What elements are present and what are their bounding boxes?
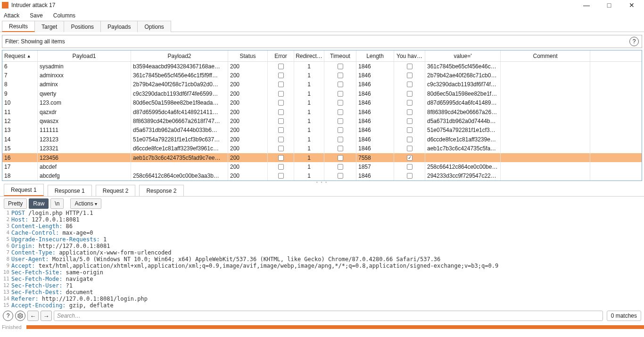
filter-bar[interactable]: Filter: Showing all items ? bbox=[2, 35, 642, 48]
have-checkbox[interactable] bbox=[407, 82, 413, 87]
table-row[interactable]: 6sysadminb3594eaacbd9943284367168ae…2001… bbox=[2, 62, 642, 71]
have-checkbox[interactable] bbox=[407, 100, 413, 106]
have-checkbox[interactable] bbox=[407, 173, 413, 179]
error-checkbox[interactable] bbox=[278, 137, 284, 142]
table-row[interactable]: 7adminxxx361c7845be65cf456e46c1f5f9ff…20… bbox=[2, 71, 642, 80]
newline-button[interactable]: \n bbox=[50, 198, 64, 209]
subtab-response-2[interactable]: Response 2 bbox=[139, 185, 183, 196]
editor-line: 9Accept: text/html,application/xhtml+xml… bbox=[3, 263, 641, 269]
col-value[interactable]: value=' bbox=[425, 50, 501, 61]
menu-save[interactable]: Save bbox=[30, 12, 42, 19]
error-checkbox[interactable] bbox=[278, 146, 284, 151]
have-checkbox[interactable] bbox=[407, 73, 413, 78]
editor-line: 2Host: 127.0.0.1:8081 bbox=[3, 216, 641, 223]
table-row[interactable]: 13111111d5a6731db962a0d7444b033b6…200118… bbox=[2, 126, 642, 135]
error-checkbox[interactable] bbox=[278, 118, 284, 124]
error-checkbox[interactable] bbox=[278, 173, 284, 179]
have-checkbox[interactable] bbox=[407, 64, 413, 69]
subtab-request-2[interactable]: Request 2 bbox=[96, 185, 136, 196]
timeout-checkbox[interactable] bbox=[338, 100, 343, 106]
table-row[interactable]: 10123.com80d6ec50a1598ee82be1f8eada…2001… bbox=[2, 99, 642, 107]
subtab-response-1[interactable]: Response 1 bbox=[48, 185, 92, 196]
raw-button[interactable]: Raw bbox=[29, 198, 49, 209]
table-row[interactable]: 18abcdefg258c66412c864ce0c00be3aa3b…2001… bbox=[2, 172, 642, 181]
col-redirect[interactable]: Redirect… bbox=[294, 50, 324, 61]
timeout-checkbox[interactable] bbox=[338, 91, 343, 97]
table-row[interactable]: 17abcdef20011857258c66412c864ce0c00be… bbox=[2, 162, 642, 171]
actions-dropdown[interactable]: Actions▾ bbox=[70, 198, 101, 209]
timeout-checkbox[interactable] bbox=[338, 64, 343, 69]
error-checkbox[interactable] bbox=[278, 109, 284, 115]
col-haveneg[interactable]: You hav… bbox=[394, 50, 425, 61]
request-editor[interactable]: 1POST /login.php HTTP/1.12Host: 127.0.0.… bbox=[0, 210, 644, 309]
table-row[interactable]: 15123321d6ccde8fce1c81aff3239ef3961c…200… bbox=[2, 144, 642, 153]
error-checkbox[interactable] bbox=[278, 91, 284, 97]
tab-payloads[interactable]: Payloads bbox=[100, 21, 138, 32]
have-checkbox[interactable] bbox=[407, 109, 413, 115]
have-checkbox[interactable] bbox=[407, 91, 413, 97]
tab-target[interactable]: Target bbox=[34, 21, 64, 32]
have-checkbox[interactable] bbox=[407, 118, 413, 124]
help-icon[interactable]: ? bbox=[3, 311, 13, 321]
help-icon[interactable]: ? bbox=[629, 37, 639, 46]
maximize-button[interactable]: □ bbox=[603, 1, 616, 9]
col-comment[interactable]: Comment bbox=[501, 50, 590, 61]
table-row[interactable]: 1412312351e0754a792281f1e1cf3b9c637…2001… bbox=[2, 135, 642, 144]
pretty-button[interactable]: Pretty bbox=[4, 198, 27, 209]
menu-columns[interactable]: Columns bbox=[53, 12, 75, 19]
timeout-checkbox[interactable] bbox=[338, 146, 343, 151]
have-checkbox[interactable] bbox=[407, 155, 413, 161]
error-checkbox[interactable] bbox=[278, 127, 284, 133]
error-checkbox[interactable] bbox=[278, 64, 284, 69]
next-button[interactable]: → bbox=[41, 311, 52, 321]
detail-tabs: Request 1Response 1Request 2Response 2 bbox=[0, 183, 644, 197]
table-row[interactable]: 12qwaszx8f86389cd42be06667a2618f747…2001… bbox=[2, 116, 642, 125]
minimize-button[interactable]: — bbox=[580, 1, 593, 9]
error-checkbox[interactable] bbox=[278, 155, 284, 161]
col-payload1[interactable]: Payload1 bbox=[38, 50, 131, 61]
editor-line: 12Sec-Fetch-User: ?1 bbox=[3, 282, 641, 289]
gear-icon[interactable] bbox=[15, 311, 25, 321]
table-row[interactable]: 16123456aeb1c7b3c6c424735c5fad9c7ee…2001… bbox=[2, 153, 642, 162]
timeout-checkbox[interactable] bbox=[338, 109, 343, 115]
error-checkbox[interactable] bbox=[278, 100, 284, 106]
search-matches: 0 matches bbox=[607, 311, 641, 321]
col-status[interactable]: Status bbox=[228, 50, 268, 61]
col-error[interactable]: Error bbox=[268, 50, 294, 61]
timeout-checkbox[interactable] bbox=[338, 73, 343, 78]
timeout-checkbox[interactable] bbox=[338, 127, 343, 133]
col-length[interactable]: Length bbox=[356, 50, 394, 61]
tab-results[interactable]: Results bbox=[2, 21, 35, 32]
table-row[interactable]: 8adminx2b79b42ae40f268c71cb0a92d0…200118… bbox=[2, 80, 642, 89]
error-checkbox[interactable] bbox=[278, 82, 284, 87]
timeout-checkbox[interactable] bbox=[338, 164, 343, 170]
have-checkbox[interactable] bbox=[407, 137, 413, 142]
editor-line: 5Upgrade-Insecure-Requests: 1 bbox=[3, 236, 641, 243]
timeout-checkbox[interactable] bbox=[338, 155, 343, 161]
menu-attack[interactable]: Attack bbox=[4, 12, 19, 19]
table-row[interactable]: 9qwertyc9c3290dacb1193df6f74fe6599…20011… bbox=[2, 89, 642, 98]
subtab-request-1[interactable]: Request 1 bbox=[4, 184, 44, 196]
col-payload2[interactable]: Payload2 bbox=[131, 50, 228, 61]
tab-positions[interactable]: Positions bbox=[64, 21, 101, 32]
timeout-checkbox[interactable] bbox=[338, 137, 343, 142]
editor-line: 1POST /login.php HTTP/1.1 bbox=[3, 210, 641, 216]
status-text: Finished bbox=[2, 324, 22, 330]
col-timeout[interactable]: Timeout bbox=[324, 50, 356, 61]
progress-bar bbox=[26, 325, 644, 329]
have-checkbox[interactable] bbox=[407, 127, 413, 133]
editor-line: 8User-Agent: Mozilla/5.0 (Windows NT 10.… bbox=[3, 256, 641, 263]
timeout-checkbox[interactable] bbox=[338, 118, 343, 124]
col-request[interactable]: Request▲ bbox=[2, 50, 38, 61]
timeout-checkbox[interactable] bbox=[338, 82, 343, 87]
prev-button[interactable]: ← bbox=[27, 311, 39, 321]
timeout-checkbox[interactable] bbox=[338, 173, 343, 179]
close-button[interactable]: ✕ bbox=[625, 1, 638, 9]
search-input[interactable]: Search… bbox=[54, 311, 603, 321]
have-checkbox[interactable] bbox=[407, 146, 413, 151]
have-checkbox[interactable] bbox=[407, 164, 413, 170]
tab-options[interactable]: Options bbox=[137, 21, 171, 32]
error-checkbox[interactable] bbox=[278, 73, 284, 78]
table-row[interactable]: 11qazxdrd87d65995dc4a6fc4148921411…20011… bbox=[2, 107, 642, 116]
error-checkbox[interactable] bbox=[278, 164, 284, 170]
